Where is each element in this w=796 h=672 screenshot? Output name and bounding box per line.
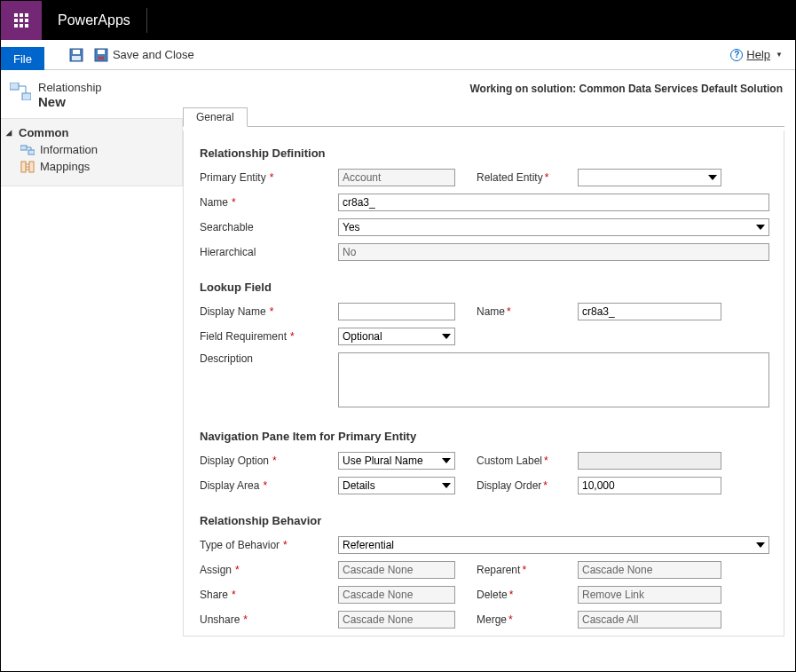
- delete-select[interactable]: Remove Link: [578, 586, 721, 604]
- content-area: Relationship New ◢ Common Information: [1, 70, 795, 671]
- svg-rect-18: [21, 162, 26, 172]
- label-searchable: Searchable: [200, 221, 338, 233]
- toolbar: File Save and Close ? Help ▼: [1, 40, 795, 70]
- help-label: Help: [746, 48, 770, 61]
- share-select[interactable]: Cascade None: [338, 586, 455, 604]
- svg-rect-4: [20, 19, 23, 22]
- sidebar-item-label: Information: [40, 143, 98, 156]
- sidebar-root-common[interactable]: ◢ Common: [1, 124, 182, 141]
- label-custom-label: Custom Label*: [477, 455, 578, 467]
- file-button[interactable]: File: [1, 47, 44, 70]
- unshare-select[interactable]: Cascade None: [338, 611, 455, 629]
- save-icon: [69, 48, 83, 62]
- brand-name: PowerApps: [42, 1, 146, 40]
- label-display-name: Display Name*: [200, 305, 338, 318]
- section-navigation-pane: Navigation Pane Item for Primary Entity: [200, 430, 769, 443]
- svg-rect-2: [25, 13, 28, 17]
- searchable-select[interactable]: Yes: [338, 218, 769, 236]
- tab-general[interactable]: General: [183, 107, 248, 127]
- svg-rect-17: [28, 150, 35, 154]
- related-entity-select[interactable]: [578, 169, 721, 186]
- app-launcher-icon[interactable]: [1, 1, 42, 40]
- label-description: Description: [200, 352, 338, 365]
- page-title-block: Relationship New: [1, 70, 183, 118]
- label-unshare: Unshare*: [200, 613, 338, 626]
- svg-rect-3: [14, 19, 18, 22]
- label-hierarchical: Hierarchical: [200, 246, 338, 258]
- label-display-area: Display Area*: [200, 479, 338, 492]
- svg-rect-16: [20, 146, 27, 150]
- svg-rect-19: [29, 162, 34, 172]
- label-lookup-name: Name*: [477, 305, 578, 318]
- save-and-close-label: Save and Close: [113, 48, 194, 61]
- information-icon: [20, 144, 35, 156]
- display-area-select[interactable]: Details: [338, 477, 455, 494]
- sidebar-item-label: Mappings: [40, 160, 90, 173]
- section-relationship-definition: Relationship Definition: [200, 146, 769, 160]
- top-header: PowerApps: [1, 1, 795, 40]
- record-name: New: [38, 94, 102, 109]
- svg-rect-7: [20, 24, 23, 28]
- solution-label: Working on solution: Common Data Service…: [183, 79, 784, 107]
- svg-rect-15: [22, 93, 31, 100]
- label-name: Name*: [200, 196, 338, 209]
- label-type-of-behavior: Type of Behavior*: [200, 539, 338, 551]
- svg-rect-6: [14, 24, 18, 28]
- label-field-requirement: Field Requirement*: [200, 330, 338, 343]
- svg-rect-8: [25, 24, 28, 28]
- sidebar: ◢ Common Information Mappings: [1, 118, 183, 186]
- label-primary-entity: Primary Entity*: [200, 171, 338, 184]
- primary-entity-select[interactable]: Account: [338, 169, 455, 186]
- field-requirement-select[interactable]: Optional: [338, 328, 455, 345]
- sidebar-root-label: Common: [19, 126, 68, 139]
- label-display-option: Display Option*: [200, 455, 338, 467]
- type-of-behavior-select[interactable]: Referential: [338, 536, 769, 554]
- save-button[interactable]: [64, 40, 89, 69]
- label-assign: Assign*: [200, 564, 338, 576]
- right-column: Working on solution: Common Data Service…: [183, 70, 795, 671]
- hierarchical-select[interactable]: No: [338, 243, 769, 261]
- svg-rect-1: [20, 13, 23, 17]
- collapse-icon: ◢: [6, 129, 13, 137]
- svg-rect-5: [25, 19, 28, 22]
- name-input[interactable]: [338, 194, 769, 211]
- label-delete: Delete*: [477, 589, 578, 601]
- header-divider: [146, 8, 147, 33]
- chevron-down-icon: ▼: [776, 51, 783, 59]
- custom-label-input: [578, 452, 721, 470]
- label-merge: Merge*: [477, 613, 578, 626]
- label-display-order: Display Order*: [477, 479, 578, 492]
- reparent-select[interactable]: Cascade None: [578, 561, 721, 579]
- solution-name: Common Data Services Default Solution: [579, 83, 783, 95]
- svg-rect-14: [10, 83, 19, 90]
- lookup-name-input[interactable]: [578, 303, 721, 320]
- label-related-entity: Related Entity*: [477, 171, 578, 184]
- relationship-icon: [10, 83, 31, 100]
- svg-rect-10: [73, 50, 80, 54]
- help-button[interactable]: ? Help ▼: [730, 40, 795, 69]
- svg-rect-11: [72, 56, 81, 60]
- save-and-close-button[interactable]: Save and Close: [89, 40, 200, 69]
- entity-type-label: Relationship: [38, 81, 102, 94]
- section-lookup-field: Lookup Field: [200, 281, 769, 294]
- display-order-input[interactable]: [578, 477, 721, 494]
- display-option-select[interactable]: Use Plural Name: [338, 452, 455, 470]
- label-reparent: Reparent*: [477, 564, 578, 576]
- rollup-view-select[interactable]: Cascade None: [338, 636, 455, 636]
- svg-rect-0: [14, 13, 18, 17]
- tab-bar: General: [183, 107, 784, 127]
- sidebar-item-information[interactable]: Information: [1, 141, 182, 158]
- mappings-icon: [20, 161, 35, 173]
- svg-rect-13: [98, 50, 105, 54]
- description-textarea[interactable]: [338, 352, 769, 407]
- section-relationship-behavior: Relationship Behavior: [200, 514, 769, 527]
- form-panel: Relationship Definition Primary Entity* …: [183, 130, 784, 636]
- label-share: Share*: [200, 589, 338, 601]
- sidebar-item-mappings[interactable]: Mappings: [1, 158, 182, 175]
- assign-select[interactable]: Cascade None: [338, 561, 455, 579]
- solution-prefix: Working on solution:: [470, 83, 577, 95]
- merge-select[interactable]: Cascade All: [578, 611, 721, 629]
- help-icon: ?: [730, 49, 743, 61]
- display-name-input[interactable]: [338, 303, 455, 320]
- left-column: Relationship New ◢ Common Information: [1, 70, 183, 671]
